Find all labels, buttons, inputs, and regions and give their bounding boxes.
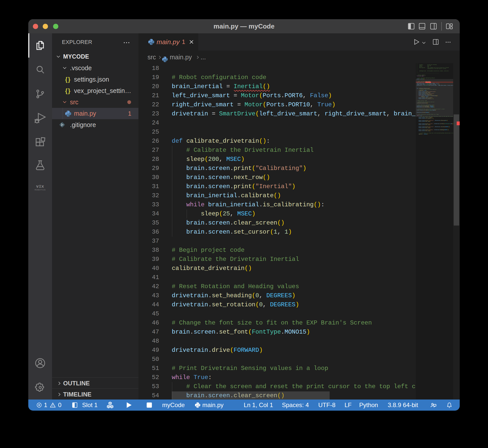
svg-text:ROBOTICS: ROBOTICS — [35, 189, 46, 191]
svg-text:vΞx: vΞx — [36, 184, 44, 189]
